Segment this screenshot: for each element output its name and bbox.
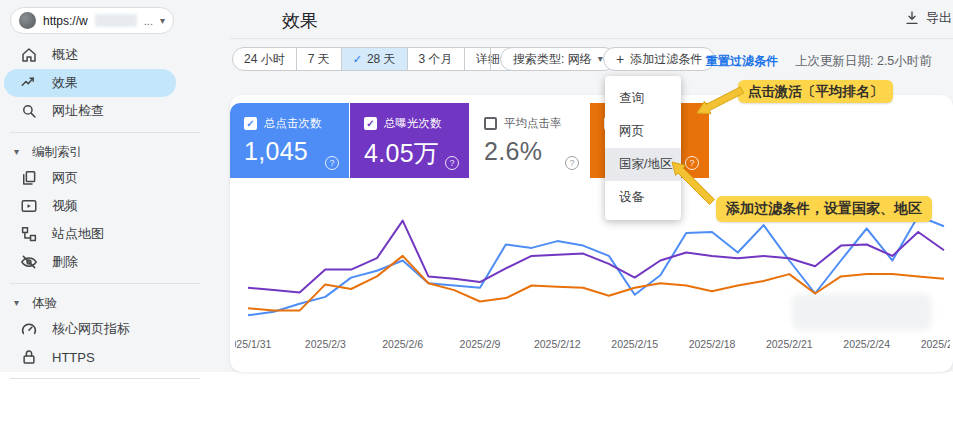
- dropdown-item-1[interactable]: 网页: [605, 115, 681, 148]
- sidebar-divider: [10, 132, 200, 133]
- sidebar-item-core-web-vitals[interactable]: 核心网页指标: [4, 315, 176, 343]
- sidebar-item-sitemaps[interactable]: 站点地图: [4, 220, 176, 248]
- sidebar-item-label: 核心网页指标: [52, 320, 130, 338]
- property-favicon-icon: [19, 12, 36, 29]
- sidebar-item-https[interactable]: HTTPS: [4, 343, 176, 371]
- sidebar-item-label: HTTPS: [52, 350, 95, 365]
- home-icon: [20, 46, 38, 64]
- metric-label: 总点击次数: [264, 116, 322, 131]
- x-axis-tick-label: 2025/1/31: [235, 338, 272, 350]
- date-tab-label: 28 天: [367, 51, 396, 68]
- redacted-url-blur: [95, 14, 137, 27]
- sidebar-section-label: 体验: [32, 295, 57, 312]
- x-axis-tick-label: 2025/2/24: [843, 338, 890, 350]
- sidebar-item-label: 网址检查: [52, 102, 104, 120]
- x-axis-tick-label: 2025/2/6: [382, 338, 423, 350]
- date-tab-label: 3 个月: [419, 51, 453, 68]
- metric-card-header: ✓总曝光次数: [350, 103, 469, 131]
- video-icon: [20, 197, 38, 215]
- page-title: 效果: [282, 9, 318, 33]
- export-label: 导出: [926, 9, 952, 27]
- blurred-watermark: [792, 294, 932, 330]
- last-updated-text: 上次更新日期: 2.5小时前: [795, 53, 932, 70]
- help-icon[interactable]: ?: [565, 156, 579, 170]
- sidebar-section-header[interactable]: ▾编制索引: [0, 140, 225, 164]
- date-tab-label: 7 天: [308, 51, 330, 68]
- dropdown-item-3[interactable]: 设备: [605, 181, 681, 214]
- app-root: https://w ... ▾ 概述效果网址检查▾编制索引网页视频站点地图删除▾…: [0, 0, 953, 434]
- sidebar-divider: [10, 378, 200, 379]
- property-url: https://w: [43, 14, 88, 28]
- x-axis-tick-label: 2025/2/15: [611, 338, 658, 350]
- sidebar-item-label: 删除: [52, 253, 78, 271]
- date-tab-7d[interactable]: 7 天: [296, 48, 341, 70]
- date-tab-28d[interactable]: ✓28 天: [341, 48, 407, 70]
- download-icon: [904, 10, 920, 26]
- sidebar-item-label: 站点地图: [52, 225, 104, 243]
- plus-icon: +: [616, 51, 624, 67]
- sidebar-item-removals[interactable]: 删除: [4, 248, 176, 276]
- chevron-down-icon: ▾: [160, 16, 165, 26]
- date-tab-24h[interactable]: 24 小时: [233, 48, 296, 70]
- add-filter-button[interactable]: + 添加过滤条件: [603, 47, 715, 71]
- reset-filter-link[interactable]: 重置过滤条件: [706, 53, 778, 70]
- sidebar-item-url-inspection[interactable]: 网址检查: [4, 97, 176, 125]
- sidebar-item-label: 效果: [52, 74, 78, 92]
- add-filter-label: 添加过滤条件: [630, 51, 702, 68]
- sidebar-nav: 概述效果网址检查▾编制索引网页视频站点地图删除▾体验核心网页指标HTTPS: [0, 41, 225, 386]
- help-icon[interactable]: ?: [325, 156, 339, 170]
- property-ellipsis: ...: [144, 15, 153, 27]
- header-divider: [230, 38, 953, 39]
- search-type-label: 搜索类型: 网络: [513, 51, 592, 68]
- x-axis-tick-label: 2025/2/9: [460, 338, 501, 350]
- date-tab-3m[interactable]: 3 个月: [407, 48, 464, 70]
- metric-card-header: 平均点击率: [470, 103, 589, 131]
- metric-card-impressions[interactable]: ✓总曝光次数4.05万?: [350, 103, 469, 178]
- x-axis-tick-label: 2025/2/21: [766, 338, 813, 350]
- x-axis-tick-label: 2025/2/27: [921, 338, 950, 350]
- check-icon: ✓: [353, 53, 362, 66]
- filter-dropdown-menu: 查询网页国家/地区设备: [605, 76, 681, 220]
- sidebar-item-label: 视频: [52, 197, 78, 215]
- help-icon[interactable]: ?: [685, 156, 699, 170]
- metric-checkbox[interactable]: ✓: [244, 117, 257, 130]
- search-icon: [20, 102, 38, 120]
- sidebar-divider: [10, 283, 200, 284]
- chart-line-总曝光次数: [248, 221, 944, 293]
- lock-icon: [20, 348, 38, 366]
- metric-checkbox[interactable]: ✓: [364, 117, 377, 130]
- metric-label: 总曝光次数: [384, 116, 442, 131]
- sitemap-icon: [20, 225, 38, 243]
- sidebar: https://w ... ▾ 概述效果网址检查▾编制索引网页视频站点地图删除▾…: [0, 0, 225, 372]
- sidebar-item-videos[interactable]: 视频: [4, 192, 176, 220]
- sidebar-item-performance[interactable]: 效果: [4, 69, 176, 97]
- export-button[interactable]: 导出: [904, 9, 952, 27]
- metric-checkbox[interactable]: [484, 117, 497, 130]
- eye-off-icon: [20, 253, 38, 271]
- sidebar-section-header[interactable]: ▾体验: [0, 291, 225, 315]
- performance-chart[interactable]: 2025/1/312025/2/32025/2/62025/2/92025/2/…: [235, 198, 950, 358]
- sidebar-item-label: 概述: [52, 46, 78, 64]
- metric-label: 平均点击率: [504, 116, 562, 131]
- sidebar-item-pages[interactable]: 网页: [4, 164, 176, 192]
- filter-separator: [490, 48, 491, 70]
- metric-card-clicks[interactable]: ✓总点击次数1,045?: [230, 103, 349, 178]
- performance-icon: [20, 74, 38, 92]
- date-tab-label: 24 小时: [244, 51, 285, 68]
- annotation-add-filter: 添加过滤条件，设置国家、地区: [716, 196, 932, 222]
- sidebar-section-label: 编制索引: [32, 144, 82, 161]
- sidebar-item-overview[interactable]: 概述: [4, 41, 176, 69]
- help-icon[interactable]: ?: [445, 156, 459, 170]
- dropdown-item-0[interactable]: 查询: [605, 82, 681, 115]
- chevron-down-icon: ▾: [14, 298, 26, 308]
- property-selector[interactable]: https://w ... ▾: [10, 7, 174, 34]
- pages-icon: [20, 169, 38, 187]
- dropdown-item-2[interactable]: 国家/地区: [605, 148, 681, 181]
- chevron-down-icon: ▾: [14, 147, 26, 157]
- x-axis-tick-label: 2025/2/3: [305, 338, 346, 350]
- performance-chart-svg: 2025/1/312025/2/32025/2/62025/2/92025/2/…: [235, 198, 950, 358]
- search-type-button[interactable]: 搜索类型: 网络 ▾: [500, 47, 616, 71]
- gauge-icon: [20, 320, 38, 338]
- x-axis-tick-label: 2025/2/18: [689, 338, 736, 350]
- metric-card-ctr[interactable]: 平均点击率2.6%?: [470, 103, 589, 178]
